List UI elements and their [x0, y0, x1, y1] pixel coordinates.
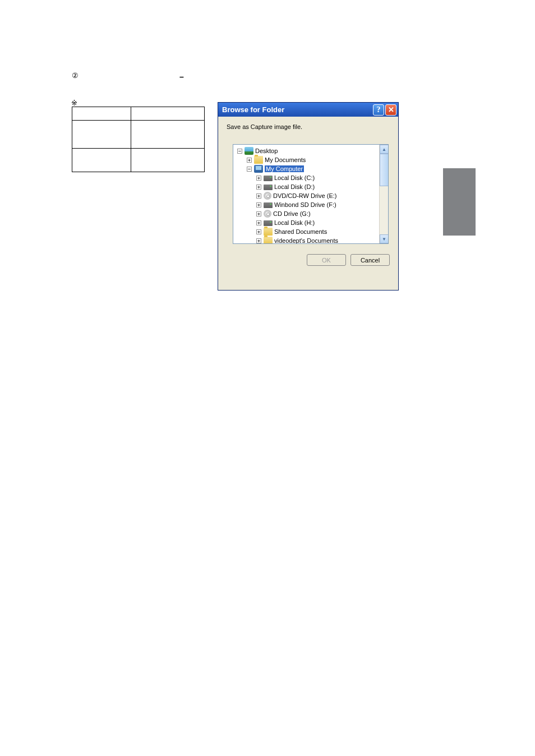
table-cell: [72, 107, 131, 121]
table-cell: [131, 121, 204, 149]
tree-label-selected: My Computer: [265, 165, 304, 172]
dialog-titlebar[interactable]: Browse for Folder ? ✕: [218, 103, 398, 117]
scroll-thumb[interactable]: [380, 154, 389, 186]
cancel-button[interactable]: Cancel: [350, 254, 390, 266]
drive-icon: [264, 202, 273, 208]
tree-item-drive-g[interactable]: + CD Drive (G:): [235, 209, 388, 218]
asterisk-mark: ※: [71, 99, 77, 107]
dash-mark: –: [179, 72, 184, 81]
folder-tree[interactable]: − Desktop + My Documents − My Computer +: [233, 144, 389, 244]
table-cell: [131, 107, 204, 121]
tree-item-mycomputer[interactable]: − My Computer: [235, 164, 388, 173]
expand-icon[interactable]: +: [256, 211, 261, 216]
expand-icon[interactable]: +: [256, 176, 261, 181]
drive-icon: [264, 220, 273, 226]
tree-item-mydocuments[interactable]: + My Documents: [235, 155, 388, 164]
circled-number-2: ②: [72, 71, 79, 80]
table-cell: [72, 149, 131, 172]
scroll-up-button[interactable]: ▲: [380, 145, 389, 154]
help-button[interactable]: ?: [373, 104, 384, 116]
tree-scrollbar[interactable]: ▲ ▼: [379, 145, 388, 243]
drive-icon: [264, 176, 273, 181]
tree-item-shared-docs[interactable]: + Shared Documents: [235, 227, 388, 236]
ok-button[interactable]: OK: [307, 254, 346, 266]
tree-label: My Documents: [265, 156, 306, 163]
tree-label: DVD/CD-RW Drive (E:): [273, 192, 336, 199]
side-tab-marker: [443, 168, 476, 236]
expand-icon[interactable]: +: [247, 158, 252, 163]
tree-item-user-docs[interactable]: + videodept's Documents: [235, 236, 388, 244]
drive-icon: [264, 185, 273, 190]
expand-icon[interactable]: +: [256, 185, 261, 190]
collapse-icon[interactable]: −: [237, 149, 242, 154]
tree-item-drive-h[interactable]: + Local Disk (H:): [235, 218, 388, 227]
dialog-title: Browse for Folder: [222, 105, 372, 114]
table-cell: [131, 149, 204, 172]
tree-item-drive-c[interactable]: + Local Disk (C:): [235, 173, 388, 182]
collapse-icon[interactable]: −: [247, 167, 252, 172]
tree-label: Shared Documents: [274, 228, 327, 235]
cdrom-icon: [264, 210, 271, 218]
table-cell: [72, 121, 131, 149]
expand-icon[interactable]: +: [256, 202, 261, 208]
browse-folder-dialog: Browse for Folder ? ✕ Save as Capture im…: [218, 102, 399, 291]
expand-icon[interactable]: +: [256, 229, 261, 234]
tree-label: videodept's Documents: [274, 237, 338, 244]
folder-icon: [254, 156, 263, 164]
expand-icon[interactable]: +: [256, 238, 261, 243]
folder-icon: [264, 228, 273, 236]
expand-icon[interactable]: +: [256, 220, 261, 225]
scroll-down-button[interactable]: ▼: [380, 234, 389, 243]
config-table: [72, 107, 205, 172]
tree-item-drive-f[interactable]: + Winbond SD Drive (F:): [235, 200, 388, 209]
close-button[interactable]: ✕: [385, 104, 396, 116]
tree-item-drive-e[interactable]: + DVD/CD-RW Drive (E:): [235, 191, 388, 200]
desktop-icon: [245, 147, 253, 155]
tree-label: CD Drive (G:): [273, 210, 311, 217]
expand-icon[interactable]: +: [256, 193, 261, 199]
dialog-instruction: Save as Capture image file.: [218, 117, 398, 136]
tree-label: Desktop: [255, 147, 278, 154]
folder-icon: [264, 237, 273, 244]
tree-label: Winbond SD Drive (F:): [274, 201, 336, 208]
computer-icon: [254, 165, 263, 173]
cdrom-icon: [264, 192, 271, 200]
tree-label: Local Disk (H:): [274, 219, 315, 226]
tree-label: Local Disk (D:): [274, 183, 315, 190]
tree-label: Local Disk (C:): [274, 174, 315, 181]
tree-item-drive-d[interactable]: + Local Disk (D:): [235, 182, 388, 191]
tree-item-desktop[interactable]: − Desktop: [235, 146, 388, 155]
